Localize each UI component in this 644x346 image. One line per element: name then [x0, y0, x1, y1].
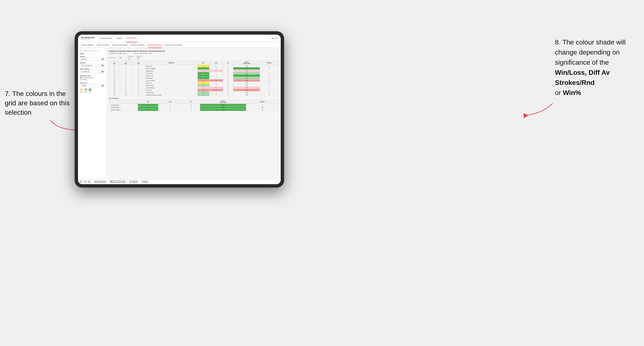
nav-committee[interactable]: COMMITTEE — [126, 35, 137, 42]
cell-div: 9 — [109, 72, 120, 75]
cell-reg: 1 — [120, 79, 132, 82]
toolbar-sep1 — [92, 180, 92, 183]
out-table-header-row: Win Loss Tie Diff AvStrokes/Rnd Rounds — [109, 100, 279, 104]
cell-rounds: 6 — [260, 94, 279, 96]
cell-conf: 1 — [132, 65, 145, 67]
sign-out-link[interactable]: Sign out — [272, 37, 278, 39]
cell-loss: 1 — [209, 91, 223, 94]
filter-conference-group: Conference (All) — [127, 55, 134, 60]
cell-div: 15 — [109, 84, 120, 87]
sidebar-timestamp: Last Updated: 27/03/2024 16:55:38 — [80, 50, 105, 51]
cell-win: 0 — [198, 70, 209, 72]
nav-teams[interactable]: TEAMS — [116, 35, 123, 42]
col-tie: Tie — [223, 61, 233, 65]
cell-rounds: 9 — [260, 82, 279, 84]
cell-loss: 0 — [209, 72, 223, 75]
sidebar-gender-select[interactable]: Women's — [80, 58, 105, 61]
cell-win: 4 — [198, 91, 209, 94]
undo-button[interactable]: ↩ — [80, 180, 82, 183]
eye-icon: 👁 — [95, 181, 96, 182]
cell-diff: -5.00 — [233, 89, 260, 91]
cell-reg: 8 — [120, 84, 132, 87]
watch-button[interactable]: 👁 Watch ▾ — [130, 180, 138, 183]
subnav-player-h2h-heatmap[interactable]: PLAYER H2H HEATMAP — [165, 42, 182, 48]
nav-tournaments[interactable]: TOURNAMENTS — [99, 35, 113, 42]
subnav-team-summary[interactable]: TEAM SUMMARY — [81, 42, 94, 48]
sidebar-radio-opponents-played[interactable]: Opponents Played — [80, 77, 105, 78]
chevron-down-icon: ▾ — [136, 181, 137, 182]
filter-opponents-select[interactable]: (All) — [118, 56, 126, 59]
cell-diff: 1.50 — [233, 65, 260, 67]
filter-conference-select[interactable]: (All) — [127, 57, 134, 60]
col-win: Win — [198, 61, 209, 65]
sub-nav: TEAM SUMMARY TEAM H2H GRID TEAM H2H HEAT… — [78, 42, 281, 48]
legend-level-label: Level — [84, 91, 88, 93]
cell-win: 1 — [198, 84, 209, 87]
subnav-team-h2h-grid[interactable]: TEAM H2H GRID — [96, 42, 109, 48]
arrow-right-indicator — [524, 101, 555, 120]
subnav-player-h2h-grid[interactable]: PLAYER H2H GRID — [148, 42, 162, 48]
share-button[interactable]: ⤴ Share — [142, 180, 148, 183]
sidebar: Last Updated: 27/03/2024 16:55:38 Player… — [78, 48, 107, 179]
cell-win: 0 — [198, 79, 209, 82]
legend-level: Level — [84, 88, 88, 93]
cell-out-win: 5 — [138, 109, 158, 111]
filter-opponent-select[interactable]: (All) — [136, 57, 143, 60]
cell-conf: 2 — [132, 89, 145, 91]
sidebar-colourby-select[interactable]: Win/loss — [80, 84, 105, 87]
cell-conf: 6 — [132, 91, 145, 94]
cell-opponent: Stella Cheng — [145, 84, 198, 87]
cell-opponent: Emily Chang — [145, 91, 198, 94]
col-opponent: Opponent — [145, 61, 198, 65]
out-of-division-table: Win Loss Tie Diff AvStrokes/Rnd Rounds F… — [109, 100, 279, 111]
legend-down-label: Down — [80, 91, 83, 93]
out-col-loss: Loss — [158, 100, 182, 104]
save-custom-button[interactable]: 💾 Save Custom View — [110, 180, 126, 183]
legend-level-dot — [85, 88, 87, 91]
redo-button[interactable]: ↪ — [84, 180, 86, 183]
cell-conf: 5 — [132, 84, 145, 87]
cell-diff: -1.00 — [233, 70, 260, 72]
view-original-button[interactable]: 👁 View: Original — [94, 180, 106, 183]
subnav-player-summary[interactable]: PLAYER SUMMARY — [130, 42, 145, 48]
cell-conf: 4 — [132, 82, 145, 84]
table-row: 14 7 4 Eunice Yi 2 2 0 0.38 9 — [109, 82, 279, 84]
cell-out-rounds: 30 — [246, 106, 278, 109]
logo: SCOREBOARD Powered by clippd — [81, 37, 95, 40]
cell-opponent: Jessica Mason — [145, 87, 198, 89]
table-row: 13 1 1 Jessica Huang 0 1 0 -3.00 2 — [109, 79, 279, 82]
table-row: 10 6 3 Andrea York 2 0 0 4.00 4 — [109, 75, 279, 77]
cell-win: 1 — [198, 77, 209, 79]
cell-tie: 0 — [223, 84, 233, 87]
cell-rounds: 4 — [260, 75, 279, 77]
undo2-button[interactable]: ↩ — [88, 180, 90, 183]
save-custom-label: Save Custom View — [113, 181, 125, 182]
sidebar-playerrank-select[interactable]: 8. Katelyn Vo — [80, 70, 105, 73]
sidebar-division-select[interactable]: NCAA Division III — [80, 64, 105, 67]
cell-div: 20 — [109, 91, 120, 94]
col-diff: Diff AvStrokes/Rnd — [233, 61, 260, 65]
table-row: 11 11 3 Heejo Hyun 1 0 0 3.33 3 — [109, 77, 279, 79]
cell-reg: 1 — [120, 65, 132, 67]
sidebar-radio-top100[interactable]: Top 100 — [80, 79, 105, 80]
cell-diff: 1.33 — [233, 94, 260, 96]
cell-loss: 1 — [209, 89, 223, 91]
cell-opponent: Esther Lee — [145, 65, 198, 67]
filter-row: Opponents: (All) Conference (All) Oppone… — [109, 55, 279, 60]
cell-out-diff: 7.400 — [200, 109, 246, 111]
cell-reg: 2 — [120, 87, 132, 89]
cell-opponent: Andrea York — [145, 75, 198, 77]
cell-conf: 3 — [132, 70, 145, 72]
cell-loss: 0 — [209, 67, 223, 70]
subnav-team-h2h-heatmap[interactable]: TEAM H2H HEATMAP — [112, 42, 128, 48]
grid-subtitle: Overall Record: 353 - 34 - 6 Division Re… — [109, 53, 279, 54]
filter-opponent-label: Opponent — [136, 55, 143, 57]
cell-div: 5 — [109, 67, 120, 70]
cell-diff: 0.38 — [233, 82, 260, 84]
cell-reg: 1 — [120, 72, 132, 75]
cell-out-diff: 4.500 — [200, 104, 246, 106]
legend-up-dot — [89, 88, 91, 91]
cell-diff: 4.00 — [233, 75, 260, 77]
cell-diff: 3.67 — [233, 72, 260, 75]
grid-area: Katelyn Vo Head-to-Head Grid for Women's… — [107, 48, 281, 179]
